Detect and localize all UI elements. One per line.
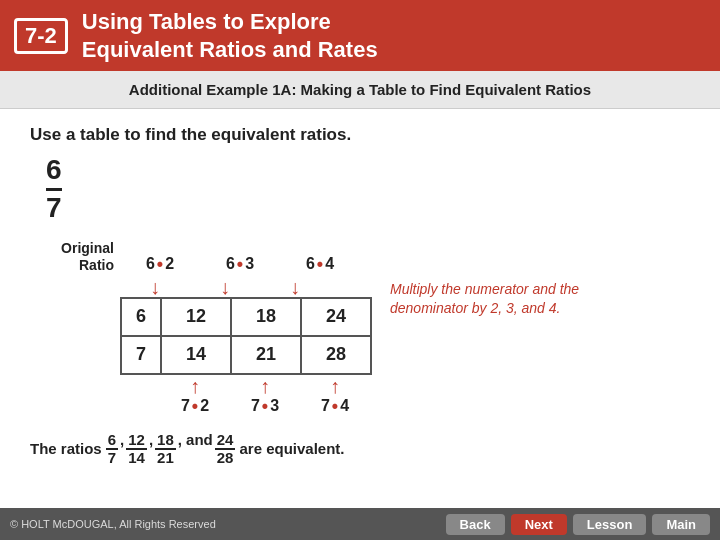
ratio-frac-1-den: 7	[106, 450, 118, 467]
subtitle-bar: Additional Example 1A: Making a Table to…	[0, 71, 720, 109]
ratios-prefix: The ratios	[30, 440, 102, 457]
arrow-down-3: ↓	[260, 277, 330, 297]
subtitle-text: Additional Example 1A: Making a Table to…	[129, 81, 591, 98]
table-area: Original Ratio 6 • 2 6 • 3	[30, 240, 690, 417]
mult-top-1-mult: 2	[165, 255, 174, 273]
lesson-badge: 7-2	[14, 18, 68, 54]
mult-bot-2-base: 7	[251, 397, 260, 415]
multiply-top-indicators: 6 • 2 6 • 3 6 • 4	[120, 254, 360, 275]
mult-top-2: 6 • 3	[200, 254, 280, 275]
ratio-frac-4-den: 28	[215, 450, 236, 467]
ratio-frac-2-den: 14	[126, 450, 147, 467]
arrow-down-2: ↓	[190, 277, 260, 297]
mult-bot-1-base: 7	[181, 397, 190, 415]
comma-1: ,	[120, 431, 124, 448]
mult-bot-1-mult: 2	[200, 397, 209, 415]
ratio-frac-3-num: 18	[155, 432, 176, 451]
ratio-frac-2: 12 14	[126, 432, 147, 467]
lesson-button[interactable]: Lesson	[573, 514, 647, 535]
table-container: 6 12 18 24 7 14 21 28	[30, 297, 372, 375]
mult-bot-2-dot: •	[262, 396, 268, 417]
arrow-up-1: ↑	[160, 376, 230, 396]
original-label-line2: Ratio	[79, 257, 114, 273]
bottom-ratios: The ratios 6 7 , 12 14 , 18 21 , and 24	[30, 431, 690, 467]
arrow-up-3: ↑	[300, 376, 370, 396]
side-note: Multiply the numerator and the denominat…	[390, 280, 600, 319]
table-row-denominator: 7 14 21 28	[121, 336, 371, 374]
mult-bot-2-mult: 3	[270, 397, 279, 415]
mult-bot-3-mult: 4	[340, 397, 349, 415]
cell-r1-c3: 18	[231, 298, 301, 336]
down-arrows-top: ↓ ↓ ↓	[120, 277, 372, 297]
footer-nav: Back Next Lesson Main	[446, 514, 710, 535]
mult-top-1-base: 6	[146, 255, 155, 273]
ratio-frac-3-den: 21	[155, 450, 176, 467]
cell-r1-c4: 24	[301, 298, 371, 336]
main-content: Use a table to find the equivalent ratio…	[0, 109, 720, 477]
back-button[interactable]: Back	[446, 514, 505, 535]
original-ratio-label: Original Ratio	[30, 240, 120, 275]
mult-top-3-dot: •	[317, 254, 323, 275]
original-label-line1: Original	[61, 240, 114, 256]
arrow-up-2: ↑	[230, 376, 300, 396]
ratio-frac-4: 24 28	[215, 432, 236, 467]
conjunction: , and	[178, 431, 213, 448]
ratio-frac-3: 18 21	[155, 432, 176, 467]
ratio-frac-1-num: 6	[106, 432, 118, 451]
mult-top-3-mult: 4	[325, 255, 334, 273]
fraction-display: 6 7	[46, 155, 62, 224]
ratio-table-wrapper: Original Ratio 6 • 2 6 • 3	[30, 240, 372, 417]
cell-r2-c4: 28	[301, 336, 371, 374]
arrow-down-1: ↓	[120, 277, 190, 297]
mult-bot-1: 7 • 2	[160, 396, 230, 417]
ratio-frac-4-num: 24	[215, 432, 236, 451]
header-bar: 7-2 Using Tables to Explore Equivalent R…	[0, 0, 720, 71]
header-title-line1: Using Tables to Explore	[82, 9, 331, 34]
mult-top-2-base: 6	[226, 255, 235, 273]
comma-2: ,	[149, 431, 153, 448]
cell-r1-c1: 6	[121, 298, 161, 336]
ratio-table: 6 12 18 24 7 14 21 28	[120, 297, 372, 375]
mult-bot-2: 7 • 3	[230, 396, 300, 417]
instruction-text: Use a table to find the equivalent ratio…	[30, 125, 690, 145]
ratios-suffix: are equivalent.	[239, 440, 344, 457]
fraction-numerator: 6	[46, 155, 62, 191]
ratios-fractions: 6 7 , 12 14 , 18 21 , and 24 28	[106, 431, 236, 467]
mult-top-3: 6 • 4	[280, 254, 360, 275]
cell-r2-c1: 7	[121, 336, 161, 374]
multiply-bottom-indicators: 7 • 2 7 • 3 7 • 4	[120, 396, 372, 417]
mult-top-2-mult: 3	[245, 255, 254, 273]
mult-bot-3-base: 7	[321, 397, 330, 415]
ratio-frac-2-num: 12	[126, 432, 147, 451]
ratio-frac-1: 6 7	[106, 432, 118, 467]
mult-bot-3: 7 • 4	[300, 396, 370, 417]
main-button[interactable]: Main	[652, 514, 710, 535]
up-arrows-bottom: ↑ ↑ ↑	[120, 376, 372, 396]
next-button[interactable]: Next	[511, 514, 567, 535]
fraction-denominator: 7	[46, 191, 62, 224]
mult-top-3-base: 6	[306, 255, 315, 273]
mult-bot-3-dot: •	[332, 396, 338, 417]
mult-top-1: 6 • 2	[120, 254, 200, 275]
cell-r2-c2: 14	[161, 336, 231, 374]
mult-top-1-dot: •	[157, 254, 163, 275]
copyright-text: © HOLT McDOUGAL, All Rights Reserved	[10, 518, 216, 530]
cell-r1-c2: 12	[161, 298, 231, 336]
cell-r2-c3: 21	[231, 336, 301, 374]
footer-bar: © HOLT McDOUGAL, All Rights Reserved Bac…	[0, 508, 720, 540]
header-title-line2: Equivalent Ratios and Rates	[82, 37, 378, 62]
table-row-numerator: 6 12 18 24	[121, 298, 371, 336]
header-title: Using Tables to Explore Equivalent Ratio…	[82, 8, 378, 63]
mult-bot-1-dot: •	[192, 396, 198, 417]
mult-top-2-dot: •	[237, 254, 243, 275]
